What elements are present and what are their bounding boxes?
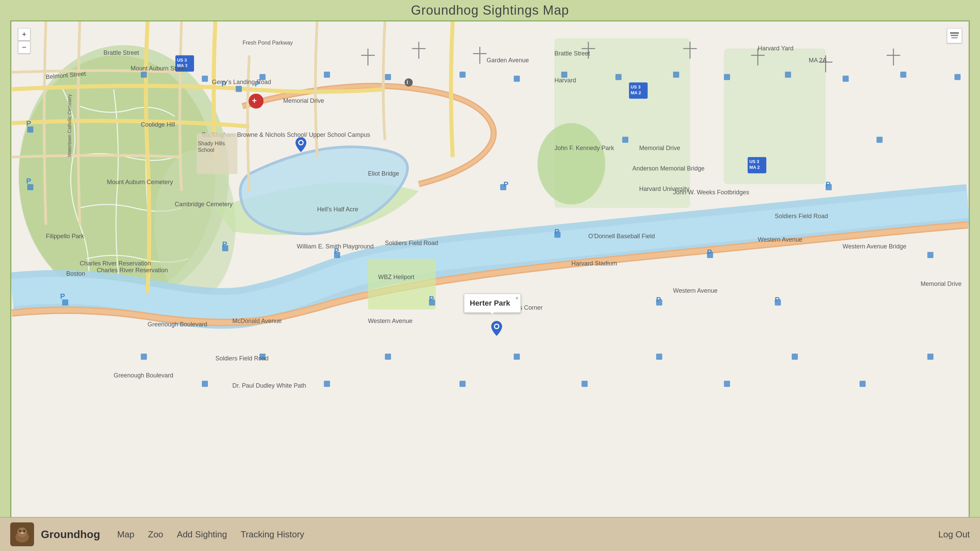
svg-text:Memorial Drive: Memorial Drive [920,280,961,287]
svg-rect-37 [877,137,883,143]
svg-rect-49 [792,354,798,360]
popup-close-button[interactable]: × [515,295,518,301]
svg-rect-19 [785,71,791,78]
svg-text:Hell's Half Acre: Hell's Half Acre [317,206,358,213]
svg-rect-42 [324,381,330,387]
svg-text:Greenough Boulevard: Greenough Boulevard [114,372,173,379]
svg-rect-144 [951,37,958,38]
svg-text:John W. Weeks Footbridges: John W. Weeks Footbridges [673,189,749,196]
svg-text:MA 2: MA 2 [749,165,759,170]
map-background: P P P P P P P P P P P P P P [11,21,969,527]
nav-logo [10,522,34,546]
svg-rect-16 [616,74,622,80]
nav-brand-label: Groundhog [41,528,100,541]
svg-text:William E. Smith Playground: William E. Smith Playground [297,243,374,250]
svg-point-82 [405,78,413,86]
svg-text:Shady Hills: Shady Hills [198,141,225,146]
nav-link-zoo[interactable]: Zoo [148,529,163,540]
svg-text:MA 2: MA 2 [631,90,641,95]
popup-title: Herter Park [470,299,510,307]
title-bar: Groundhog Sightings Map [0,0,980,21]
svg-text:Western Avenue: Western Avenue [368,318,412,324]
svg-text:Brattle Street: Brattle Street [555,50,590,57]
svg-rect-143 [951,35,958,36]
sighting-marker-1[interactable] [296,137,306,154]
svg-text:Charles River Reservation: Charles River Reservation [80,260,151,267]
svg-rect-32 [622,137,628,143]
nav-link-add-sighting[interactable]: Add Sighting [177,529,227,540]
svg-rect-8 [141,71,147,78]
svg-text:School: School [198,147,215,153]
svg-text:P: P [707,248,712,256]
svg-text:Harvard: Harvard [555,77,576,84]
svg-text:Watertown Catholic Cemetery: Watertown Catholic Cemetery [67,94,72,157]
svg-rect-17 [673,71,679,78]
svg-rect-39 [141,354,147,360]
page-title: Groundhog Sightings Map [411,3,569,18]
svg-rect-12 [385,74,391,80]
svg-rect-5 [724,49,826,184]
svg-text:Garden Avenue: Garden Avenue [487,57,529,64]
svg-rect-43 [385,354,391,360]
svg-text:i: i [406,79,408,85]
nav-link-tracking-history[interactable]: Tracking History [241,529,304,540]
svg-point-154 [24,530,25,532]
svg-rect-40 [202,381,208,387]
svg-text:Anderson Memorial Bridge: Anderson Memorial Bridge [632,165,705,172]
svg-text:P: P [429,294,434,303]
nav-links: Map Zoo Add Sighting Tracking History [117,529,304,540]
svg-point-146 [299,141,302,144]
svg-text:Harvard Stadium: Harvard Stadium [571,260,617,267]
svg-text:P: P [775,295,780,304]
svg-rect-27 [236,86,242,92]
svg-text:P: P [60,292,65,300]
svg-text:McDonald Avenue: McDonald Avenue [232,318,282,324]
svg-text:Dr. Paul Dudley White Path: Dr. Paul Dudley White Path [232,382,306,389]
svg-rect-7 [368,259,436,310]
svg-text:O'Donnell Baseball Field: O'Donnell Baseball Field [588,233,655,240]
svg-text:Fresh Pond Parkway: Fresh Pond Parkway [242,40,293,46]
layer-control-button[interactable] [947,28,962,43]
logout-button[interactable]: Log Out [938,529,970,540]
svg-text:P: P [656,295,662,304]
zoom-out-button[interactable]: − [18,41,30,54]
svg-text:P: P [503,180,509,189]
svg-point-153 [19,530,21,532]
svg-text:Western Avenue Bridge: Western Avenue Bridge [843,243,907,250]
svg-text:US 3: US 3 [749,159,759,164]
svg-rect-11 [324,71,330,78]
svg-point-148 [495,325,498,328]
svg-rect-9 [202,76,208,82]
svg-text:Charles River Reservation: Charles River Reservation [97,267,168,274]
svg-text:Filippello Park: Filippello Park [46,233,84,240]
svg-rect-38 [927,252,933,258]
svg-rect-20 [843,76,849,82]
svg-text:Cambridge Cemetery: Cambridge Cemetery [175,201,232,208]
svg-text:WBZ Heliport: WBZ Heliport [378,274,414,280]
svg-rect-14 [514,76,520,82]
map-container: P P P P P P P P P P P P P P [10,21,970,527]
svg-text:Western Avenue: Western Avenue [673,287,718,294]
svg-text:Memorial Drive: Memorial Drive [639,144,680,151]
svg-text:Soldiers Field Road: Soldiers Field Road [775,213,828,219]
sighting-marker-2[interactable] [491,321,502,337]
svg-text:P: P [222,240,228,248]
svg-text:John F. Kennedy Park: John F. Kennedy Park [555,144,614,151]
zoom-in-button[interactable]: + [18,28,30,41]
map-controls: + − [18,28,30,54]
svg-rect-142 [950,32,959,34]
svg-text:P: P [26,119,31,128]
svg-text:US 3: US 3 [631,84,641,89]
svg-text:Eliot Bridge: Eliot Bridge [368,170,399,177]
nav-link-map[interactable]: Map [117,529,134,540]
svg-text:P: P [826,180,831,189]
svg-text:Mount Auburn Cemetery: Mount Auburn Cemetery [107,179,173,186]
svg-text:Gerry's Landing Road: Gerry's Landing Road [212,79,271,86]
svg-text:MA 2A: MA 2A [809,57,827,64]
svg-text:Memorial Drive: Memorial Drive [283,97,324,104]
svg-rect-51 [927,354,933,360]
svg-text:US 3: US 3 [177,57,187,63]
svg-text:Western Avenue: Western Avenue [758,236,802,243]
svg-text:Mount Auburn Street: Mount Auburn Street [131,65,186,72]
svg-text:Harvard Yard: Harvard Yard [758,45,794,52]
